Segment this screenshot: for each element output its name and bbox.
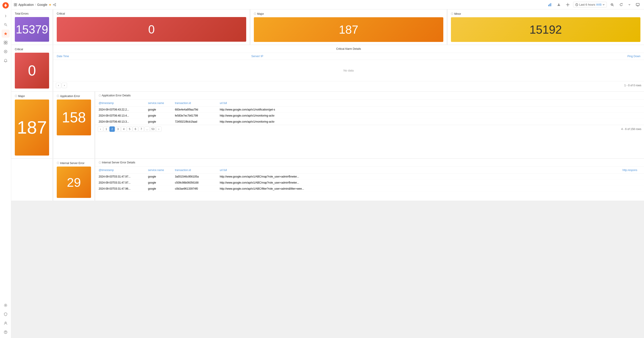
display-mode-button[interactable]	[634, 2, 641, 7]
sidebar-settings-icon[interactable]	[2, 301, 10, 309]
critical-left-card: Critical 0	[11, 45, 53, 91]
app-error-info-icon: ⓘ	[57, 94, 59, 98]
col-transaction-ie: transaction.id	[175, 169, 220, 172]
app-error-value: 158	[62, 109, 86, 126]
total-errors-card: Total Errors 15379	[11, 9, 53, 45]
svg-rect-14	[14, 3, 15, 4]
col-ping-down: Ping Down	[446, 55, 640, 58]
app-error-box: 158	[57, 99, 91, 135]
internal-table-body: 2024-09-03T03:31:47.97... google 3a55154…	[95, 174, 644, 192]
svg-point-10	[5, 305, 6, 306]
sidebar-help-icon[interactable]	[2, 328, 10, 336]
col-datetime: Date Time	[57, 55, 251, 58]
svg-point-19	[53, 4, 54, 5]
ae-page-4[interactable]: 4	[121, 126, 126, 132]
major-value: 187	[339, 23, 358, 36]
prev-page-btn[interactable]: ‹	[56, 83, 61, 88]
download-button[interactable]	[555, 2, 562, 7]
svg-rect-4	[4, 41, 6, 42]
svg-marker-3	[4, 32, 7, 35]
table-row: 2024-09-03T03:31:47.96... google c0b3ae9…	[95, 186, 644, 192]
col-service-ae: service.name	[148, 101, 175, 105]
ae-page-dots: ...	[144, 126, 150, 132]
ae-page-2[interactable]: 2	[110, 126, 115, 132]
critical-section-value: 0	[28, 62, 36, 79]
major-info-icon: ⓘ	[254, 12, 256, 15]
app-error-page-controls: ‹ 1 2 3 4 5 6 7 ... 53 ›	[98, 126, 162, 132]
critical-alarm-section: Critical 0 Critical Alarm Details Date T…	[11, 45, 644, 91]
svg-rect-26	[558, 5, 560, 6]
main-area: Application / Google ★ Last 6	[11, 0, 644, 338]
sidebar-grid-icon[interactable]	[2, 38, 10, 47]
internal-error-left-card: ⓘ Internal Server Error 29	[53, 159, 95, 201]
major-outer-label: ⓘ Major	[15, 94, 49, 98]
ae-page-53[interactable]: 53	[150, 126, 156, 132]
internal-error-details-card: ⓘ Internal Server Error Details @timesta…	[95, 159, 644, 201]
breadcrumb-separator: /	[35, 3, 36, 6]
major-outer-left: ⓘ Major 187	[11, 92, 53, 158]
svg-rect-7	[6, 43, 7, 44]
dashboard-content: Total Errors 15379 Critical 0 ⓘ Major	[11, 9, 644, 338]
svg-point-13	[6, 333, 6, 333]
svg-rect-15	[16, 3, 17, 4]
sidebar-alerts-icon[interactable]	[2, 56, 10, 64]
breadcrumb-sub: Google	[37, 3, 47, 6]
share-icon[interactable]	[53, 3, 56, 6]
internal-error-section: ⓘ Internal Server Error 29 ⓘ Internal Se…	[11, 159, 644, 201]
critical-page-controls: ‹ ›	[56, 83, 67, 88]
svg-line-30	[613, 5, 614, 6]
ae-page-7[interactable]: 7	[138, 126, 144, 132]
table-row: 2024-09-03T03:31:47.97... google c509c98…	[95, 180, 644, 186]
ae-page-1[interactable]: 1	[104, 126, 109, 132]
dropdown-button[interactable]	[626, 3, 632, 7]
sidebar-star-icon[interactable]	[2, 29, 10, 38]
favorite-star-icon[interactable]: ★	[49, 3, 52, 6]
total-errors-label: Total Errors	[15, 12, 49, 15]
total-errors-value: 15379	[16, 23, 48, 36]
col-timestamp-ae: @timestamp	[99, 101, 148, 105]
critical-card: Critical 0	[53, 9, 250, 45]
critical-section-box: 0	[15, 53, 49, 88]
settings-button[interactable]	[564, 2, 571, 7]
minor-card: ⓘ Minor 15192	[447, 9, 644, 45]
timezone-label: WIB	[596, 3, 602, 6]
sidebar-user-icon[interactable]	[2, 319, 10, 327]
svg-point-11	[5, 322, 6, 323]
ae-next-btn[interactable]: ›	[156, 126, 162, 132]
bar-chart-button[interactable]	[546, 2, 554, 7]
no-data-label: No data	[53, 60, 644, 81]
major-outer-value: 187	[17, 117, 47, 138]
ae-page-5[interactable]: 5	[127, 126, 132, 132]
refresh-button[interactable]	[618, 2, 625, 7]
app-logo[interactable]	[2, 2, 9, 9]
svg-point-8	[4, 50, 7, 53]
topbar-actions: Last 6 hours WIB	[546, 2, 641, 7]
svg-point-20	[55, 5, 56, 6]
sidebar: ❯	[0, 0, 11, 338]
major-box: 187	[254, 17, 443, 42]
critical-alarm-title: Critical Alarm Details	[53, 45, 644, 53]
svg-line-22	[54, 5, 55, 5]
next-page-btn[interactable]: ›	[62, 83, 67, 88]
time-label: Last 6 hours	[579, 3, 595, 6]
ae-page-6[interactable]: 6	[133, 126, 138, 132]
ae-pagination-info: 4 - 6 of 158 rows	[621, 128, 641, 131]
sidebar-search-icon[interactable]	[2, 21, 10, 29]
col-server-ip: Server/ IP	[251, 55, 446, 58]
ae-page-3[interactable]: 3	[115, 126, 121, 132]
grid-icon	[14, 3, 17, 6]
col-url-ie: url.full	[220, 169, 622, 172]
sidebar-collapse-icon[interactable]: ❯	[2, 12, 10, 20]
internal-error-box: 29	[57, 167, 91, 198]
table-row: 2024-09-03T06:40:13.3... google 7245021f…	[95, 119, 644, 125]
zoom-out-button[interactable]	[608, 2, 616, 7]
sidebar-explore-icon[interactable]	[2, 47, 10, 56]
internal-error-info-icon: ⓘ	[57, 161, 59, 165]
ae-prev-btn[interactable]: ‹	[98, 126, 103, 132]
sidebar-shield-icon[interactable]	[2, 310, 10, 318]
minor-label: ⓘ Minor	[451, 12, 640, 15]
time-range-selector[interactable]: Last 6 hours WIB	[573, 2, 607, 7]
svg-point-27	[567, 4, 568, 5]
chevron-down-icon	[602, 3, 605, 6]
metrics-row: Total Errors 15379 Critical 0 ⓘ Major	[11, 9, 644, 45]
